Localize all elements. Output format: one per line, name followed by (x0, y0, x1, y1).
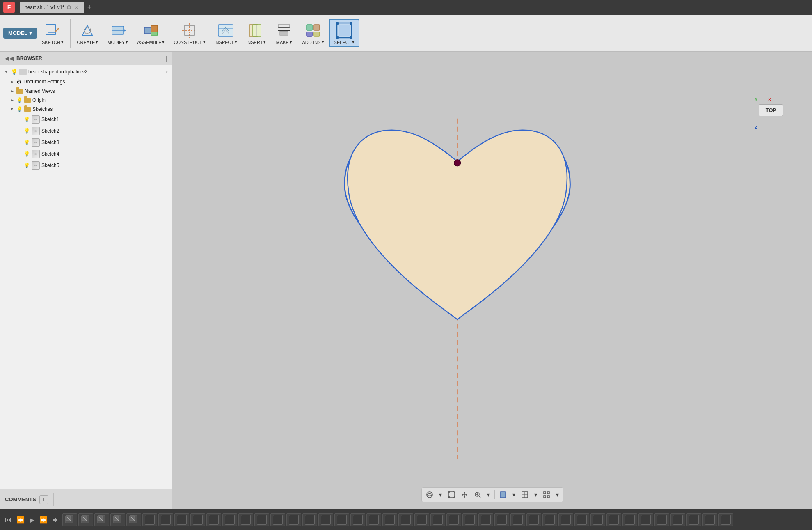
toolbar-modify[interactable]: MODIFY▾ (103, 20, 132, 46)
tree-item-sketch5[interactable]: ▶ 💡 ✏ Sketch5 (0, 160, 172, 171)
tree-item-sketch3[interactable]: ▶ 💡 ✏ Sketch3 (0, 137, 172, 148)
timeline-frame-8[interactable] (190, 513, 205, 526)
tree-root-item[interactable]: ▼ 💡 heart shape duo lipbalm v2 ... ○ (0, 67, 172, 77)
timeline-frame-9[interactable] (206, 513, 221, 526)
toolbar-insert[interactable]: INSERT▾ (242, 20, 270, 46)
timeline-frame-16[interactable] (318, 513, 333, 526)
sidebar-pin-button[interactable]: | (165, 55, 167, 62)
timeline-frame-32[interactable] (574, 513, 589, 526)
tree-item-named-views[interactable]: ▶ Named Views (0, 87, 172, 96)
orbit-dropdown-button[interactable]: ▾ (437, 489, 444, 500)
tree-item-sketch2[interactable]: ▶ 💡 ✏ Sketch2 (0, 125, 172, 137)
orbit-button[interactable] (423, 489, 436, 500)
root-expand-icon[interactable]: ▼ (3, 69, 9, 75)
toolbar-sketch[interactable]: SKETCH▾ (38, 20, 68, 46)
toolbar-inspect[interactable]: INSPECT▾ (210, 20, 242, 46)
add-tab-button[interactable]: + (86, 3, 94, 12)
timeline-frame-7[interactable] (174, 513, 189, 526)
toolbar-select[interactable]: SELECT▾ (329, 19, 360, 47)
timeline-frame-18[interactable] (350, 513, 365, 526)
gizmo-top-face[interactable]: TOP (755, 104, 787, 116)
timeline-frame-23[interactable] (430, 513, 445, 526)
timeline-frame-29[interactable] (526, 513, 541, 526)
timeline-frame-21[interactable] (398, 513, 413, 526)
named-views-expand[interactable]: ▶ (9, 88, 15, 94)
zoom-dropdown-button[interactable]: ▾ (485, 489, 492, 500)
model-dropdown-button[interactable]: MODEL ▾ (3, 28, 37, 39)
timeline-frame-27[interactable] (494, 513, 509, 526)
timeline-frame-39[interactable] (686, 513, 701, 526)
timeline-frame-2[interactable] (94, 513, 109, 526)
toolbar-make[interactable]: MAKE▾ (271, 20, 297, 46)
timeline-first-button[interactable]: ⏮ (3, 514, 13, 525)
timeline-prev-button[interactable]: ⏪ (15, 514, 26, 525)
timeline-frame-31[interactable] (558, 513, 573, 526)
timeline-frame-26[interactable] (478, 513, 493, 526)
timeline-frame-22[interactable] (414, 513, 429, 526)
add-comment-button[interactable]: + (39, 495, 48, 504)
svg-rect-52 (544, 496, 546, 498)
tree-item-document-settings[interactable]: ▶ ⚙ Document Settings (0, 77, 172, 87)
timeline-frame-3[interactable] (110, 513, 125, 526)
view-gizmo[interactable]: X TOP Y Z (755, 97, 787, 130)
display-dropdown-button[interactable]: ▾ (510, 489, 518, 500)
sidebar-collapse-button[interactable]: ◀◀ (5, 55, 14, 62)
timeline-frame-35[interactable] (622, 513, 637, 526)
toolbar-addins[interactable]: + ADD-INS▾ (298, 20, 328, 46)
active-tab[interactable]: heart sh...1 v1 v1* ✕ (20, 2, 84, 13)
viewport-canvas[interactable]: X TOP Y Z ▾ ▾ (172, 52, 812, 509)
timeline-frame-10[interactable] (222, 513, 237, 526)
origin-expand[interactable]: ▶ (9, 97, 15, 103)
timeline-frame-28[interactable] (510, 513, 525, 526)
timeline-frame-24[interactable] (446, 513, 461, 526)
timeline-frame-36[interactable] (638, 513, 653, 526)
sketches-expand[interactable]: ▼ (9, 106, 15, 112)
tree-item-sketch4[interactable]: ▶ 💡 ✏ Sketch4 (0, 148, 172, 160)
sketch4-bulb-icon: 💡 (24, 151, 30, 157)
timeline-frame-14[interactable] (286, 513, 301, 526)
timeline-frame-12[interactable] (254, 513, 269, 526)
toolbar-assemble[interactable]: ASSEMBLE▾ (133, 20, 169, 46)
timeline-frame-13[interactable] (270, 513, 285, 526)
timeline-frame-5[interactable] (142, 513, 157, 526)
timeline-frame-34[interactable] (606, 513, 621, 526)
grid-dropdown-button[interactable]: ▾ (532, 489, 540, 500)
tab-close-button[interactable]: ✕ (73, 5, 79, 10)
timeline-frame-30[interactable] (542, 513, 557, 526)
timeline-frame-15[interactable] (302, 513, 317, 526)
timeline-last-button[interactable]: ⏭ (51, 514, 61, 525)
doc-settings-expand[interactable]: ▶ (9, 79, 15, 85)
app-icon: F (3, 2, 15, 13)
view-options-button[interactable] (540, 489, 553, 500)
timeline-frame-4[interactable] (126, 513, 141, 526)
timeline-frame-40[interactable] (702, 513, 717, 526)
timeline-frame-37[interactable] (654, 513, 669, 526)
view-options-dropdown-button[interactable]: ▾ (554, 489, 561, 500)
zoom-button[interactable] (471, 489, 484, 500)
fit-button[interactable] (445, 489, 457, 500)
timeline-frame-33[interactable] (590, 513, 605, 526)
display-mode-button[interactable] (497, 489, 509, 500)
sidebar-options-button[interactable]: — (158, 55, 164, 62)
timeline-frame-41[interactable] (718, 513, 733, 526)
timeline-frame-0[interactable] (62, 513, 77, 526)
timeline-frame-6[interactable] (158, 513, 173, 526)
pan-button[interactable] (458, 489, 471, 500)
timeline-frame-11[interactable] (238, 513, 253, 526)
toolbar-construct[interactable]: CONSTRUCT▾ (169, 20, 209, 46)
timeline-next-button[interactable]: ⏩ (38, 514, 49, 525)
tree-item-origin[interactable]: ▶ 💡 Origin (0, 96, 172, 105)
timeline-frame-17[interactable] (334, 513, 349, 526)
timeline-play-button[interactable]: ▶ (28, 514, 36, 525)
tree-item-sketch1[interactable]: ▶ 💡 ✏ Sketch1 (0, 114, 172, 125)
timeline-frame-1[interactable] (78, 513, 93, 526)
timeline-frame-38[interactable] (670, 513, 685, 526)
grid-button[interactable] (519, 489, 531, 500)
tree-item-sketches[interactable]: ▼ 💡 Sketches (0, 105, 172, 114)
gizmo-top-label[interactable]: TOP (759, 104, 784, 116)
timeline-frame-25[interactable] (462, 513, 477, 526)
timeline-frame-20[interactable] (382, 513, 397, 526)
timeline-frame-19[interactable] (366, 513, 381, 526)
heart-sketch-canvas (172, 52, 812, 509)
toolbar-create[interactable]: CREATE▾ (73, 20, 103, 46)
